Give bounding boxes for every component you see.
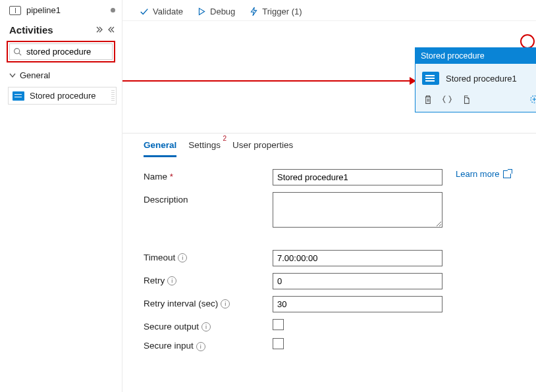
tab-user-properties[interactable]: User properties	[232, 136, 293, 157]
property-tabs: General Settings 2 User properties	[122, 133, 536, 157]
pipeline-canvas[interactable]: Stored procedure Stored procedure1	[122, 21, 536, 133]
description-label: Description	[144, 192, 273, 205]
retry-interval-label: Retry interval (sec)i	[144, 296, 273, 308]
chevron-down-icon	[9, 72, 16, 80]
timeout-input[interactable]	[273, 250, 442, 266]
learn-more-link[interactable]: Learn more	[456, 169, 511, 179]
pipeline-icon	[9, 6, 21, 15]
retry-interval-input[interactable]	[273, 296, 442, 312]
category-general[interactable]: General	[0, 66, 122, 84]
search-highlight	[7, 41, 115, 62]
copy-icon[interactable]	[462, 95, 471, 107]
tab-general[interactable]: General	[144, 136, 176, 157]
secure-input-label: Secure inputi	[144, 338, 273, 351]
node-title: Stored procedure	[415, 48, 536, 64]
debug-label: Debug	[210, 7, 235, 16]
activities-title: Activities	[9, 24, 53, 36]
name-input[interactable]	[273, 169, 442, 185]
timeout-label: Timeouti	[144, 250, 273, 262]
secure-output-label: Secure outputi	[144, 319, 273, 331]
activity-item-stored-procedure[interactable]: Stored procedure	[8, 87, 117, 105]
retry-input[interactable]	[273, 273, 442, 289]
activity-item-label: Stored procedure	[30, 91, 95, 101]
activities-heading: Activities	[0, 22, 122, 41]
annotation-arrow	[122, 80, 415, 82]
category-label: General	[20, 70, 50, 80]
retry-label: Retryi	[144, 273, 273, 285]
info-icon[interactable]: i	[167, 276, 176, 285]
info-icon[interactable]: i	[196, 342, 205, 351]
collapse-panel-icon[interactable]	[107, 26, 115, 35]
activities-search-input[interactable]	[25, 46, 109, 57]
learn-more-label: Learn more	[456, 169, 499, 179]
pipeline-tab[interactable]: pipeline1	[0, 4, 122, 22]
trigger-label: Trigger (1)	[262, 7, 302, 16]
external-link-icon	[503, 170, 511, 178]
delete-icon[interactable]	[423, 95, 433, 107]
info-icon[interactable]: i	[221, 299, 230, 308]
left-sidebar: pipeline1 Activities General	[0, 0, 122, 392]
tab-settings-label: Settings	[188, 140, 221, 150]
search-icon	[13, 47, 22, 56]
expand-all-icon[interactable]	[95, 26, 103, 35]
stored-procedure-icon	[422, 72, 439, 85]
canvas-node-stored-procedure[interactable]: Stored procedure Stored procedure1	[415, 47, 536, 112]
svg-point-0	[14, 49, 20, 54]
trigger-button[interactable]: Trigger (1)	[250, 7, 302, 16]
pipeline-name: pipeline1	[26, 5, 61, 15]
node-name: Stored procedure1	[446, 74, 517, 84]
toolbar: Validate Debug Trigger (1)	[122, 0, 536, 21]
svg-line-1	[19, 53, 21, 55]
stored-procedure-icon	[13, 91, 24, 101]
drag-handle-icon[interactable]	[111, 90, 115, 101]
settings-error-count: 2	[223, 135, 227, 142]
validate-button[interactable]: Validate	[140, 7, 183, 16]
debug-button[interactable]: Debug	[198, 7, 235, 16]
code-json-icon[interactable]	[442, 95, 452, 106]
general-form: Name * Learn more Description Timeouti	[122, 157, 536, 351]
unsaved-dot-icon	[111, 8, 115, 12]
secure-input-checkbox[interactable]	[273, 338, 284, 349]
tab-settings[interactable]: Settings 2	[188, 136, 221, 157]
annotation-circle	[520, 34, 535, 49]
validate-label: Validate	[153, 7, 183, 16]
description-input[interactable]	[273, 192, 442, 228]
secure-output-checkbox[interactable]	[273, 319, 284, 330]
add-output-icon[interactable]	[530, 94, 536, 107]
info-icon[interactable]: i	[178, 253, 187, 262]
info-icon[interactable]: i	[201, 322, 211, 331]
name-label: Name *	[144, 169, 273, 182]
